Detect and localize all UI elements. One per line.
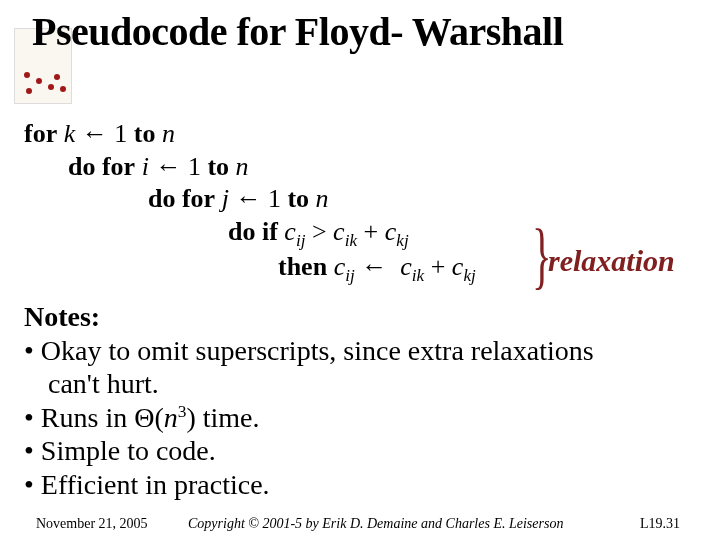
theta: Θ( xyxy=(134,402,164,433)
sub-ij: ij xyxy=(296,231,306,250)
bullet-1: • Okay to omit superscripts, since extra… xyxy=(24,334,694,368)
var-c: c xyxy=(452,252,464,281)
var-j: j xyxy=(222,184,229,213)
keyword-do-for: do for xyxy=(148,184,215,213)
sub-kj: kj xyxy=(463,266,475,285)
footer-date: November 21, 2005 xyxy=(36,516,148,532)
notes-heading: Notes: xyxy=(24,300,694,334)
keyword-for: for xyxy=(24,119,57,148)
keyword-do-if: do if xyxy=(228,217,278,246)
pseudocode-block: for k ← 1 to n do for i ← 1 to n do for … xyxy=(24,118,476,287)
arrow: ← xyxy=(155,152,181,181)
book-decoration xyxy=(20,70,70,100)
var-c: c xyxy=(284,217,296,246)
var-c: c xyxy=(334,252,346,281)
arrow: ← xyxy=(235,184,261,213)
relaxation-label: relaxation xyxy=(548,244,675,278)
plus: + xyxy=(431,252,446,281)
var-c: c xyxy=(400,252,412,281)
keyword-to: to xyxy=(134,119,156,148)
var-k: k xyxy=(64,119,76,148)
footer-copyright: Copyright © 2001-5 by Erik D. Demaine an… xyxy=(188,516,563,532)
footer-page-number: L19.31 xyxy=(640,516,680,532)
sub-kj: kj xyxy=(396,231,408,250)
var-i: i xyxy=(142,152,149,181)
gt: > xyxy=(312,217,327,246)
keyword-then: then xyxy=(278,252,327,281)
var-n: n xyxy=(162,119,175,148)
notes-block: Notes: • Okay to omit superscripts, sinc… xyxy=(24,300,694,502)
var-n: n xyxy=(316,184,329,213)
var-n: n xyxy=(236,152,249,181)
bullet-2-post: ) time. xyxy=(186,402,259,433)
code-line-2: do for i ← 1 to n xyxy=(24,151,476,184)
var-c: c xyxy=(333,217,345,246)
bullet-2-pre: • Runs in xyxy=(24,402,134,433)
bullet-1-cont: can't hurt. xyxy=(24,367,694,401)
sub-ik: ik xyxy=(345,231,357,250)
one: 1 xyxy=(114,119,127,148)
var-n: n xyxy=(164,402,178,433)
one: 1 xyxy=(268,184,281,213)
plus: + xyxy=(364,217,379,246)
bullet-4: • Efficient in practice. xyxy=(24,468,694,502)
arrow: ← xyxy=(82,119,108,148)
one: 1 xyxy=(188,152,201,181)
code-line-3: do for j ← 1 to n xyxy=(24,183,476,216)
bullet-2: • Runs in Θ(n3) time. xyxy=(24,401,694,435)
bullet-3: • Simple to code. xyxy=(24,434,694,468)
sub-ij: ij xyxy=(345,266,355,285)
keyword-to: to xyxy=(287,184,309,213)
sub-ik: ik xyxy=(412,266,424,285)
code-line-4: do if cij > cik + ckj xyxy=(24,216,476,252)
keyword-do-for: do for xyxy=(68,152,135,181)
keyword-to: to xyxy=(207,152,229,181)
var-c: c xyxy=(385,217,397,246)
slide-title: Pseudocode for Floyd- Warshall xyxy=(32,8,563,55)
arrow: ← xyxy=(361,252,387,281)
code-line-1: for k ← 1 to n xyxy=(24,118,476,151)
code-line-5: then cij ← cik + ckj xyxy=(24,251,476,287)
